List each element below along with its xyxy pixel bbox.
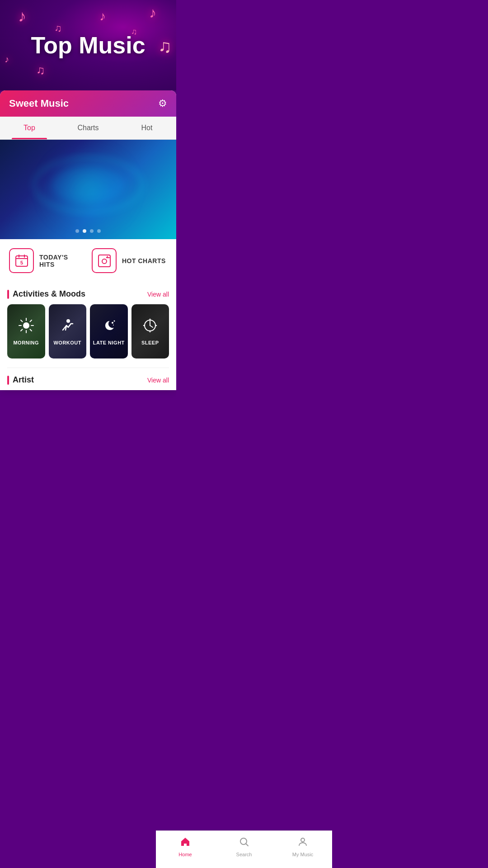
artist-title: Artist: [13, 375, 34, 385]
todays-hits-icon: 5: [9, 248, 34, 273]
svg-point-8: [102, 259, 107, 264]
phone-wrapper: ♪ ♫ ♪ ♫ ♪ ♫ ♪ ♫ Top Music Sweet Music ⚙ …: [0, 0, 176, 868]
mood-sleep[interactable]: SLEEP: [131, 304, 169, 359]
latenight-label: Late Night: [93, 340, 125, 345]
svg-text:5: 5: [20, 260, 23, 265]
artist-header: Artist View all: [7, 368, 169, 390]
mood-latenight[interactable]: Late Night: [90, 304, 128, 359]
nav-home[interactable]: Home: [156, 835, 176, 859]
bottom-nav: Home Search My Music: [156, 830, 176, 868]
artist-title-wrapper: Artist: [7, 375, 34, 385]
settings-icon[interactable]: ⚙: [158, 98, 167, 109]
mood-morning[interactable]: Morning: [7, 304, 45, 359]
app-title: Sweet Music: [9, 98, 69, 109]
activities-title: Activities & Moods: [13, 289, 85, 299]
svg-line-17: [30, 330, 32, 331]
svg-rect-7: [99, 255, 110, 267]
hot-charts-link[interactable]: HOT CHARTS: [92, 248, 167, 273]
dot-1[interactable]: [75, 229, 79, 233]
banner-svg: [20, 149, 156, 221]
svg-point-23: [113, 325, 114, 326]
hero-title: Top Music: [31, 32, 145, 59]
app-card: Sweet Music ⚙ Top Charts Hot: [0, 90, 176, 390]
svg-line-18: [21, 330, 23, 331]
svg-point-11: [23, 322, 29, 329]
mood-workout[interactable]: WORKOUT: [49, 304, 87, 359]
activities-view-all[interactable]: View all: [147, 291, 169, 298]
dot-3[interactable]: [90, 229, 94, 233]
todays-hits-label: TODAY'S HITS: [39, 254, 84, 268]
tab-top[interactable]: Top: [0, 117, 59, 139]
artist-section: Artist View all: [0, 368, 176, 390]
banner-dots: [75, 229, 101, 233]
main-content: Sweet Music ⚙ Top Charts Hot: [0, 90, 176, 426]
morning-label: Morning: [13, 340, 39, 345]
svg-point-1: [52, 167, 124, 203]
hot-charts-icon: [92, 248, 117, 273]
svg-line-19: [30, 320, 32, 322]
workout-label: WORKOUT: [53, 340, 81, 345]
mood-grid: Morning WORKOUT: [7, 304, 169, 359]
sleep-label: SLEEP: [141, 340, 159, 345]
tab-bar: Top Charts Hot: [0, 117, 176, 140]
morning-icon: [18, 317, 34, 337]
todays-hits-link[interactable]: 5 TODAY'S HITS: [9, 248, 84, 273]
app-header: Sweet Music ⚙: [0, 90, 176, 117]
svg-point-20: [66, 319, 70, 323]
dot-2[interactable]: [83, 229, 86, 233]
banner: [0, 140, 176, 239]
artist-view-all[interactable]: View all: [147, 377, 169, 384]
hero-section: ♪ ♫ ♪ ♫ ♪ ♫ ♪ ♫ Top Music: [0, 0, 176, 90]
activities-section: Activities & Moods View all: [0, 282, 176, 368]
activities-title-wrapper: Activities & Moods: [7, 289, 85, 299]
svg-line-16: [21, 320, 23, 322]
latenight-icon: [101, 317, 117, 337]
svg-point-22: [113, 321, 115, 322]
quick-links: 5 TODAY'S HITS HOT CHARTS: [0, 239, 176, 282]
workout-icon: [59, 317, 75, 337]
dot-4[interactable]: [97, 229, 101, 233]
svg-point-21: [112, 322, 113, 324]
tab-charts[interactable]: Charts: [59, 117, 117, 139]
activities-header: Activities & Moods View all: [7, 282, 169, 304]
hot-charts-label: HOT CHARTS: [122, 257, 166, 264]
sleep-icon: [142, 317, 158, 337]
artist-accent: [7, 376, 9, 385]
tab-hot[interactable]: Hot: [117, 117, 176, 139]
activities-accent: [7, 290, 9, 299]
svg-line-26: [150, 326, 153, 327]
